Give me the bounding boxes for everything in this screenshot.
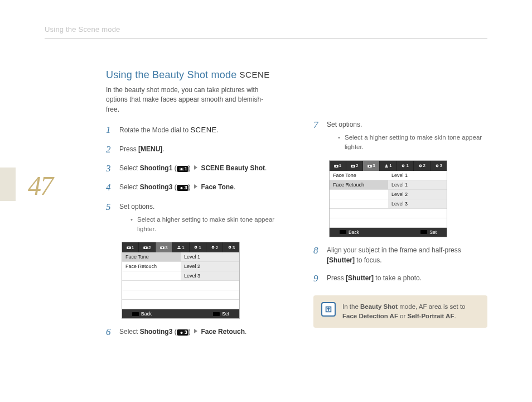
text: Align your subject in the frame and half… [327, 246, 461, 254]
steps-left: 1 Rotate the Mode dial to SCENE. 2 Press… [106, 125, 280, 234]
text: to focus. [355, 256, 382, 264]
ui-cell: Face Tone [122, 252, 181, 262]
ui-tab: 1 [122, 242, 139, 252]
arrow-icon [194, 181, 197, 192]
ui-tab: 3 [363, 161, 380, 171]
svg-point-1 [180, 168, 182, 170]
ui-tab: 3 [156, 242, 172, 252]
svg-point-9 [178, 246, 180, 248]
step-body: Rotate the Mode dial to SCENE. [119, 125, 280, 136]
sub-bullets: Select a higher setting to make skin ton… [119, 215, 280, 234]
steps-left-continued: 6 Select Shooting3 (3) Face Retouch. [106, 327, 280, 338]
svg-point-20 [352, 165, 354, 167]
ui-cell [122, 300, 181, 309]
svg-point-23 [386, 164, 388, 166]
set-label: Set [213, 311, 229, 317]
text: or [398, 313, 408, 319]
ui-cell [388, 209, 447, 218]
step-body: Press [MENU]. [119, 144, 280, 154]
camera-icon: 3 [177, 329, 188, 336]
right-column: 7 Set options. Select a higher setting t… [313, 69, 487, 346]
tab-num: 1 [389, 163, 391, 168]
note-icon [321, 302, 336, 317]
step-body: Select Shooting3 (3) Face Tone. [119, 182, 280, 192]
ui-cell: Face Retouch [330, 180, 388, 190]
steps-right-continued: 8 Align your subject in the frame and ha… [313, 245, 487, 284]
ui-mock-left: 1231123Face ToneFace RetouchLevel 1Level… [122, 242, 240, 319]
ui-left-col: Face ToneFace Retouch [122, 252, 181, 309]
step-2: 2 Press [MENU]. [106, 144, 280, 155]
svg-point-29 [437, 165, 437, 166]
step-number: 6 [106, 327, 116, 338]
arrow-icon [194, 326, 197, 336]
ui-tab: 1 [190, 242, 206, 252]
menu-key: [MENU] [138, 145, 162, 153]
set-label: Set [420, 229, 437, 235]
key-icon [132, 312, 139, 316]
scene-badge-icon: SCENE [240, 70, 270, 79]
step-body: Select Shooting1 (1) SCENE Beauty Shot. [119, 163, 280, 173]
tab-num: 1 [132, 245, 134, 250]
key-icon [340, 230, 346, 234]
ui-cell [330, 218, 388, 228]
shutter-key: [Shutter] [346, 274, 374, 282]
text: ( [172, 328, 176, 336]
camera-icon: 1 [177, 166, 188, 172]
ui-cell: Level 3 [388, 199, 447, 209]
ui-body: Face ToneFace RetouchLevel 1Level 1Level… [330, 171, 447, 228]
text: ( [172, 183, 176, 191]
tab-num: 3 [165, 245, 167, 250]
left-column: Using the Beauty Shot mode SCENE In the … [106, 69, 280, 346]
text: Select [119, 328, 140, 336]
tab-num: 1 [182, 245, 184, 250]
ui-cell [330, 199, 388, 209]
step-number: 9 [313, 273, 323, 284]
ui-tab: 1 [380, 161, 396, 171]
steps-right: 7 Set options. Select a higher setting t… [313, 119, 487, 152]
arrow-icon [194, 162, 197, 173]
bold: Face Retouch [201, 328, 245, 336]
svg-point-8 [162, 247, 163, 249]
step-3: 3 Select Shooting1 (1) SCENE Beauty Shot… [106, 163, 280, 174]
step-number: 7 [313, 119, 323, 131]
intro-text: In the beauty shot mode, you can take pi… [106, 85, 273, 114]
sub-bullets: Select a higher setting to make skin ton… [327, 133, 487, 152]
icon-suffix: 3 [185, 330, 187, 335]
text: ) [188, 328, 192, 336]
ui-cell: Level 1 [388, 171, 447, 180]
ui-right-col: Level 1Level 1Level 2Level 3 [388, 171, 447, 228]
text: ) [188, 164, 192, 172]
svg-point-27 [420, 165, 420, 166]
ui-left-col: Face ToneFace Retouch [330, 171, 388, 228]
note-box: In the Beauty Shot mode, AF area is set … [313, 295, 487, 328]
ui-cell [388, 218, 447, 228]
key-icon [420, 230, 427, 234]
text: Set options. [327, 121, 362, 128]
text: mode, AF area is set to [398, 303, 465, 310]
page-number: 47 [28, 170, 52, 201]
ui-cell: Level 2 [181, 262, 239, 271]
svg-point-18 [336, 165, 337, 167]
ui-cell [330, 190, 388, 199]
step-6: 6 Select Shooting3 (3) Face Retouch. [106, 327, 280, 338]
svg-point-16 [180, 332, 182, 334]
svg-point-6 [145, 247, 147, 249]
text: Select [119, 164, 140, 172]
bold: Shooting1 [140, 164, 173, 172]
text: . [162, 145, 164, 153]
tab-num: 2 [356, 163, 358, 168]
text: Press [119, 145, 138, 153]
tab-num: 2 [148, 245, 151, 250]
step-body: Set options. Select a higher setting to … [119, 202, 280, 234]
ui-cell [122, 271, 181, 281]
text: . [245, 328, 246, 336]
bold: SCENE Beauty Shot [201, 164, 265, 172]
ui-tab: 2 [414, 161, 431, 171]
text: In the [342, 303, 360, 310]
note-text: In the Beauty Shot mode, AF area is set … [342, 302, 480, 322]
bold: Face Detection AF [342, 313, 398, 319]
section-title: Using the Beauty Shot mode SCENE [106, 69, 280, 81]
step-number: 5 [106, 202, 116, 213]
title-text: Using the Beauty Shot mode [106, 69, 236, 80]
step-7: 7 Set options. Select a higher setting t… [313, 119, 487, 152]
